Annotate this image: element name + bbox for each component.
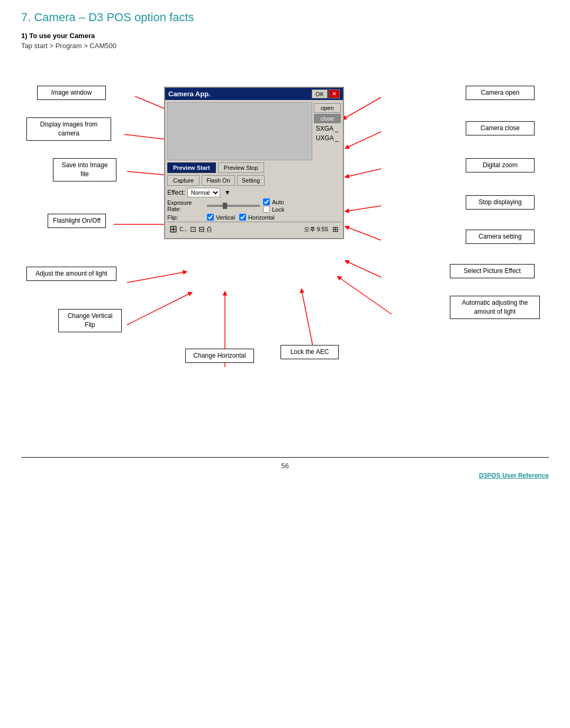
annotation-lock-aec: Lock the AEC	[281, 345, 339, 359]
close-button[interactable]: ✕	[329, 89, 340, 98]
page-title: 7. Camera – D3 POS option facts	[21, 11, 549, 24]
effect-label: Effect:	[167, 189, 185, 196]
diagram-area: Camera App. OK ✕ open close SXGA _ UXGA …	[21, 55, 550, 436]
taskbar: ⊞ C... ⊡ ⊟ ⎙ 오후 9:55 ⊞	[167, 222, 341, 236]
annotation-digital-zoom: Digital zoom	[466, 158, 535, 172]
svg-line-9	[347, 132, 381, 148]
open-button[interactable]: open	[314, 103, 341, 113]
svg-line-12	[347, 227, 381, 240]
svg-line-11	[347, 206, 381, 211]
resolution-uxga: UXGA _	[314, 134, 341, 142]
annotation-display-images: Display images from camera	[26, 117, 111, 141]
setting-button[interactable]: Setting	[237, 175, 265, 186]
svg-line-14	[339, 277, 392, 314]
svg-line-5	[127, 293, 191, 325]
camera-title: Camera App.	[168, 90, 211, 98]
annotation-image-window: Image window	[37, 86, 106, 100]
exposure-slider[interactable]	[207, 205, 260, 207]
svg-line-1	[124, 134, 169, 140]
auto-label: Auto	[272, 199, 284, 205]
annotation-flashlight: Flashlight On/Off	[48, 214, 106, 228]
svg-line-4	[127, 272, 185, 283]
horizontal-checkbox[interactable]	[239, 214, 246, 221]
horizontal-label: Horizontal	[248, 214, 275, 221]
annotation-stop-displaying: Stop displaying	[466, 195, 535, 210]
preview-stop-button[interactable]: Preview Stop	[218, 162, 264, 173]
auto-checkbox[interactable]	[263, 198, 270, 205]
resolution-sxga: SXGA _	[314, 124, 341, 133]
flip-label: Flip:	[167, 214, 207, 221]
vertical-label: Vertical	[216, 214, 235, 221]
footer-brand: D3POS User Reference	[21, 472, 549, 479]
footer-line	[21, 457, 549, 458]
capture-button[interactable]: Capture	[167, 175, 200, 186]
vertical-checkbox[interactable]	[207, 214, 214, 221]
camera-titlebar: Camera App. OK ✕	[165, 88, 343, 100]
lock-checkbox[interactable]	[263, 206, 270, 213]
footer-page: 56	[21, 462, 549, 470]
taskbar-time: 오후 9:55	[304, 225, 328, 233]
annotation-auto-adjust: Automatic adjusting the amount of light	[450, 296, 540, 319]
annotation-save-into: Save into Image file	[53, 158, 116, 181]
annotation-select-picture-effect: Select Picture Effect	[450, 264, 535, 278]
tap-text: Tap start > Program > CAM500	[21, 42, 549, 50]
svg-line-8	[344, 97, 381, 119]
close-cam-button[interactable]: close	[314, 114, 341, 123]
effect-dropdown[interactable]: Normal	[187, 188, 220, 197]
annotation-camera-setting: Camera setting	[466, 230, 535, 244]
preview-start-button[interactable]: Preview Start	[167, 162, 216, 173]
svg-line-13	[347, 261, 381, 277]
exposure-label: Exposure Rate:	[167, 199, 207, 212]
annotation-change-horizontal: Change Horizontal	[185, 349, 254, 363]
lock-label: Lock	[272, 206, 284, 213]
annotation-change-vertical: Change Vertical Flip	[58, 309, 122, 332]
annotation-camera-close: Camera close	[466, 121, 535, 135]
annotation-camera-open: Camera open	[466, 86, 535, 100]
camera-window: Camera App. OK ✕ open close SXGA _ UXGA …	[164, 87, 344, 239]
ok-button[interactable]: OK	[312, 89, 328, 98]
flash-on-button[interactable]: Flash On	[202, 175, 235, 186]
section-header: 1) To use your Camera	[21, 32, 549, 40]
svg-line-10	[347, 169, 381, 177]
annotation-adjust-light: Adjust the amount of light	[26, 267, 116, 281]
